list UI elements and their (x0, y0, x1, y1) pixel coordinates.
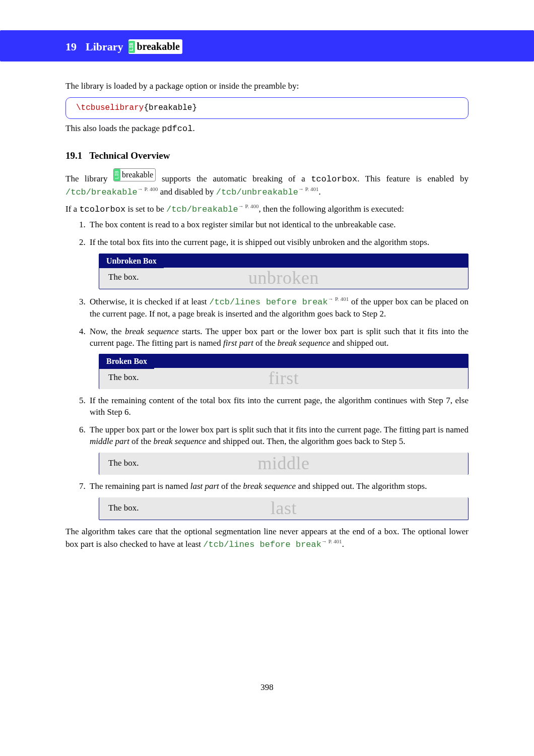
watermark-middle: middle (99, 451, 468, 476)
algo-step-4: Now, the break sequence starts. The uppe… (88, 326, 469, 390)
box-body-text: The box. (108, 458, 139, 468)
lib-icon: LIB (114, 169, 120, 181)
subsection-heading: 19.1 Technical Overview (65, 149, 469, 162)
page-ref: → P. 401 (298, 186, 319, 192)
overview-p2: If a tcolorbox is set to be /tcb/breakab… (65, 203, 469, 216)
algo-step-2: If the total box fits into the current p… (88, 237, 469, 289)
library-tag-inline: LIBbreakable (113, 168, 156, 181)
algo-step-6: The upper box part or the lower box part… (88, 424, 469, 475)
key-link[interactable]: /tcb/lines before break (203, 540, 321, 549)
page-ref: → P. 400 (138, 186, 158, 192)
box-title: Broken Box (99, 354, 154, 369)
page-ref: → P. 401 (328, 296, 349, 302)
key-link[interactable]: /tcb/breakable (166, 204, 238, 214)
page-content: The library is loaded by a package optio… (0, 61, 534, 694)
footer-paragraph: The algorithm takes care that the option… (65, 526, 469, 551)
intro-line-2: This also loads the package pdfcol. (65, 123, 469, 135)
algo-step-5: If the remaining content of the total bo… (88, 395, 469, 418)
subsection-title: Technical Overview (89, 150, 170, 161)
watermark-last: last (99, 496, 468, 521)
package-name: pdfcol (162, 124, 192, 134)
box-body-text: The box. (108, 503, 139, 513)
page-number: 398 (65, 682, 469, 694)
box-body-text: The box. (108, 372, 139, 382)
page-ref: → P. 401 (321, 538, 342, 544)
key-link[interactable]: /tcb/breakable (65, 187, 138, 197)
page-ref: → P. 400 (238, 203, 259, 209)
key-link[interactable]: /tcb/unbreakable (216, 187, 298, 197)
section-number: 19 (65, 39, 77, 54)
key-link[interactable]: /tcb/lines before break (209, 297, 328, 307)
watermark-unbroken: unbroken (99, 266, 468, 290)
watermark-first: first (99, 366, 468, 391)
algorithm-list: The box content is read to a box registe… (65, 219, 469, 520)
intro-line-1: The library is loaded by a package optio… (65, 81, 469, 92)
overview-p1: The library LIBbreakable supports the au… (65, 168, 469, 199)
algo-step-3: Otherwise, it is checked if at least /tc… (88, 295, 469, 320)
algo-step-1: The box content is read to a box registe… (88, 219, 469, 231)
code-argument: {breakable} (144, 103, 197, 112)
section-label: Library (86, 39, 123, 54)
box-title: Unbroken Box (99, 254, 164, 269)
broken-box-first: Broken Box The box. first (99, 354, 469, 389)
code-command: \tcbuselibrary (76, 103, 144, 112)
algo-step-7: The remaining part is named last part of… (88, 481, 469, 520)
library-name: breakable (137, 40, 180, 53)
subsection-number: 19.1 (65, 150, 82, 161)
box-body-text: The box. (108, 272, 139, 282)
broken-box-middle: The box. middle (99, 453, 469, 475)
broken-box-last: The box. last (99, 497, 469, 520)
unbroken-box: Unbroken Box The box. unbroken (99, 254, 469, 289)
code-listing: \tcbuselibrary{breakable} (65, 97, 469, 119)
section-header: 19 Library LIB breakable (0, 30, 534, 61)
lib-icon: LIB (128, 41, 135, 53)
library-tag: LIB breakable (128, 39, 182, 54)
